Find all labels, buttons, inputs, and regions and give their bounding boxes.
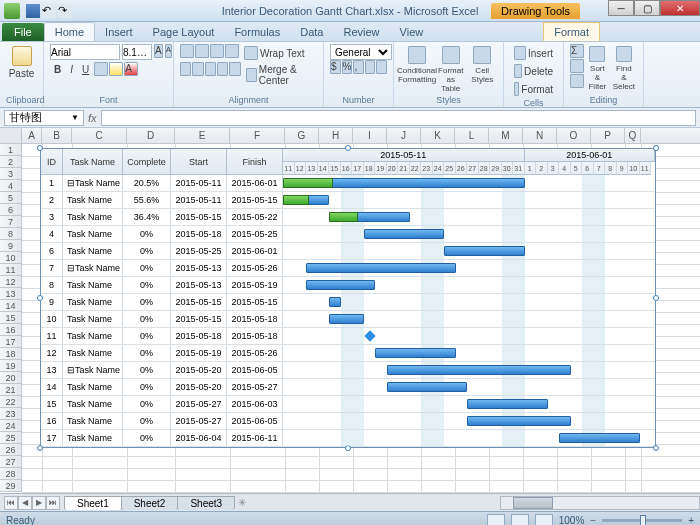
row-header[interactable]: 27 [0, 456, 22, 468]
maximize-button[interactable]: ▢ [634, 0, 660, 16]
gantt-bar[interactable] [467, 399, 548, 409]
column-header[interactable]: O [557, 128, 591, 143]
column-header[interactable]: D [127, 128, 175, 143]
gantt-bar[interactable] [364, 229, 445, 239]
sheet-tab-1[interactable]: Sheet1 [64, 496, 122, 510]
format-tab[interactable]: Format [543, 22, 600, 41]
row-header[interactable]: 12 [0, 276, 22, 288]
row-header[interactable]: 7 [0, 216, 22, 228]
normal-view-button[interactable] [487, 514, 505, 526]
row-header[interactable]: 6 [0, 204, 22, 216]
gantt-bar[interactable] [375, 348, 456, 358]
sheet-tab-2[interactable]: Sheet2 [121, 496, 179, 510]
gantt-bar[interactable] [329, 314, 364, 324]
column-header[interactable]: A [22, 128, 42, 143]
page-layout-view-button[interactable] [511, 514, 529, 526]
resize-handle[interactable] [653, 145, 659, 151]
column-header[interactable]: B [42, 128, 72, 143]
clear-icon[interactable] [570, 74, 584, 88]
column-header[interactable]: K [421, 128, 455, 143]
row-header[interactable]: 28 [0, 468, 22, 480]
orientation-icon[interactable] [225, 44, 239, 58]
column-header[interactable]: H [319, 128, 353, 143]
row-header[interactable]: 1 [0, 144, 22, 156]
underline-button[interactable]: U [78, 62, 93, 77]
currency-icon[interactable]: $ [330, 60, 341, 74]
format-as-table-button[interactable]: Format as Table [436, 44, 466, 95]
gantt-bar[interactable] [387, 365, 571, 375]
zoom-level[interactable]: 100% [559, 515, 585, 525]
column-header[interactable]: G [285, 128, 319, 143]
close-button[interactable]: ✕ [660, 0, 700, 16]
gantt-bar[interactable] [467, 416, 571, 426]
conditional-formatting-button[interactable]: Conditional Formatting [400, 44, 434, 95]
zoom-slider[interactable] [602, 519, 682, 522]
row-header[interactable]: 10 [0, 252, 22, 264]
number-format-select[interactable]: General [330, 44, 392, 60]
page-break-view-button[interactable] [535, 514, 553, 526]
font-size-input[interactable] [122, 44, 152, 60]
grow-font-icon[interactable]: A [154, 44, 163, 58]
insert-tab[interactable]: Insert [95, 23, 143, 41]
minimize-button[interactable]: ─ [608, 0, 634, 16]
select-all-corner[interactable] [0, 128, 22, 144]
font-name-input[interactable] [50, 44, 120, 60]
percent-icon[interactable]: % [342, 60, 353, 74]
home-tab[interactable]: Home [44, 22, 95, 41]
comma-icon[interactable]: , [353, 60, 364, 74]
scrollbar-thumb[interactable] [513, 497, 553, 509]
row-header[interactable]: 14 [0, 300, 22, 312]
gantt-bar[interactable] [306, 280, 375, 290]
zoom-in-button[interactable]: + [688, 515, 694, 525]
merge-center-button[interactable]: Merge & Center [242, 62, 317, 88]
column-header[interactable]: L [455, 128, 489, 143]
row-header[interactable]: 25 [0, 432, 22, 444]
align-middle-icon[interactable] [195, 44, 209, 58]
resize-handle[interactable] [37, 445, 43, 451]
find-select-button[interactable]: Find & Select [611, 44, 637, 93]
row-header[interactable]: 22 [0, 396, 22, 408]
indent-inc-icon[interactable] [229, 62, 240, 76]
row-header[interactable]: 8 [0, 228, 22, 240]
worksheet[interactable]: ABCDEFGHIJKLMNOPQ 1234567891011121314151… [0, 128, 700, 493]
next-sheet-button[interactable]: ▶ [32, 496, 46, 510]
first-sheet-button[interactable]: ⏮ [4, 496, 18, 510]
cell-styles-button[interactable]: Cell Styles [468, 44, 498, 95]
italic-button[interactable]: I [66, 62, 77, 77]
row-header[interactable]: 26 [0, 444, 22, 456]
row-header[interactable]: 2 [0, 156, 22, 168]
save-icon[interactable] [26, 4, 40, 18]
indent-dec-icon[interactable] [217, 62, 228, 76]
gantt-milestone[interactable] [364, 330, 375, 341]
sheet-tab-3[interactable]: Sheet3 [177, 496, 235, 510]
align-top-icon[interactable] [180, 44, 194, 58]
column-header[interactable]: E [175, 128, 230, 143]
format-cells-button[interactable]: Format [510, 80, 557, 98]
resize-handle[interactable] [37, 295, 43, 301]
data-tab[interactable]: Data [290, 23, 333, 41]
formulas-tab[interactable]: Formulas [224, 23, 290, 41]
row-header[interactable]: 5 [0, 192, 22, 204]
row-header[interactable]: 19 [0, 360, 22, 372]
gantt-bar[interactable] [387, 382, 468, 392]
shrink-font-icon[interactable]: A [165, 44, 172, 58]
row-header[interactable]: 23 [0, 408, 22, 420]
row-header[interactable]: 18 [0, 348, 22, 360]
page-layout-tab[interactable]: Page Layout [143, 23, 225, 41]
row-header[interactable]: 17 [0, 336, 22, 348]
view-tab[interactable]: View [390, 23, 434, 41]
delete-cells-button[interactable]: Delete [510, 62, 557, 80]
wrap-text-button[interactable]: Wrap Text [240, 44, 309, 62]
align-left-icon[interactable] [180, 62, 191, 76]
sort-filter-button[interactable]: Sort & Filter [586, 44, 609, 93]
column-header[interactable]: Q [625, 128, 641, 143]
prev-sheet-button[interactable]: ◀ [18, 496, 32, 510]
align-right-icon[interactable] [205, 62, 216, 76]
row-header[interactable]: 11 [0, 264, 22, 276]
row-header[interactable]: 4 [0, 180, 22, 192]
align-bottom-icon[interactable] [210, 44, 224, 58]
row-header[interactable]: 24 [0, 420, 22, 432]
row-header[interactable]: 15 [0, 312, 22, 324]
autosum-icon[interactable]: Σ [570, 44, 584, 58]
gantt-bar[interactable] [559, 433, 640, 443]
